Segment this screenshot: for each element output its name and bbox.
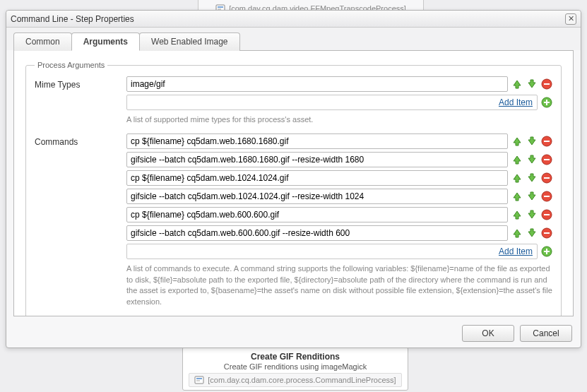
tab-arguments[interactable]: Arguments — [71, 32, 140, 51]
ok-button[interactable]: OK — [462, 325, 514, 342]
command-item-1-row — [126, 152, 552, 167]
arrow-down-icon — [526, 136, 538, 147]
commands-add-button[interactable] — [541, 246, 552, 257]
commands-add-box: Add Item — [126, 244, 538, 259]
minus-icon — [541, 227, 552, 239]
tab-web-enabled-image-label: Web Enabled Image — [151, 37, 228, 47]
plus-icon — [541, 246, 552, 257]
svg-rect-7 — [544, 102, 550, 103]
command-item-5-move-down[interactable] — [526, 227, 538, 239]
svg-rect-13 — [544, 177, 550, 179]
mime-item-0-input[interactable] — [126, 76, 508, 92]
command-item-4-remove[interactable] — [541, 209, 552, 220]
command-item-1-remove[interactable] — [541, 154, 552, 165]
fieldset-legend: Process Arguments — [35, 61, 107, 69]
arrow-up-icon — [511, 191, 523, 202]
command-item-4-move-up[interactable] — [511, 209, 523, 220]
plus-icon — [541, 97, 552, 108]
step-properties-dialog: Command Line - Step Properties ✕ Common … — [6, 10, 581, 348]
mime-item-0-remove[interactable] — [541, 78, 552, 90]
command-item-4-input[interactable] — [126, 207, 508, 222]
command-item-1-input[interactable] — [126, 152, 508, 167]
svg-rect-22 — [544, 251, 550, 252]
mime-add-link[interactable]: Add Item — [499, 97, 533, 107]
mime-types-label: Mime Types — [35, 76, 126, 90]
svg-rect-24 — [196, 378, 202, 379]
command-item-0-move-up[interactable] — [511, 136, 523, 147]
mime-types-row: Mime Types Add Item — [35, 76, 552, 125]
command-item-5-row — [126, 225, 552, 241]
svg-rect-9 — [544, 141, 550, 142]
process-arguments-fieldset: Process Arguments Mime Types Add Item — [25, 61, 562, 316]
svg-rect-19 — [544, 232, 550, 234]
tab-common-label: Common — [25, 37, 60, 47]
dialog-header: Command Line - Step Properties ✕ — [6, 11, 581, 28]
mime-add-button[interactable] — [541, 97, 552, 108]
bottom-link-row: [com.day.cq.dam.core.process.CommandLine… — [189, 373, 402, 387]
arrow-up-icon — [511, 136, 523, 147]
commands-help-text: A list of commands to execute. A command… — [126, 263, 552, 307]
minus-icon — [541, 78, 552, 90]
mime-item-0-move-up[interactable] — [511, 78, 523, 90]
dialog-footer: OK Cancel — [6, 321, 581, 348]
commands-label: Commands — [35, 133, 126, 147]
svg-rect-11 — [544, 159, 550, 160]
arrow-down-icon — [526, 209, 538, 220]
minus-icon — [541, 172, 552, 184]
command-item-2-move-down[interactable] — [526, 172, 538, 184]
commands-row: Commands — [35, 133, 552, 307]
arrow-down-icon — [526, 191, 538, 202]
mime-item-0-row — [126, 76, 552, 92]
arrow-up-icon — [511, 172, 523, 184]
command-item-5-input[interactable] — [126, 225, 508, 241]
command-item-2-remove[interactable] — [541, 172, 552, 184]
bottom-process-card: Create GIF Renditions Create GIF renditi… — [182, 347, 408, 391]
commands-add-link[interactable]: Add Item — [499, 247, 533, 256]
command-item-3-move-down[interactable] — [526, 191, 538, 202]
mime-item-0-move-down[interactable] — [526, 78, 538, 90]
arrow-up-icon — [511, 227, 523, 239]
svg-rect-15 — [544, 196, 550, 197]
command-item-1-move-up[interactable] — [511, 154, 523, 165]
svg-rect-1 — [218, 6, 223, 8]
commands-add-row: Add Item — [126, 244, 552, 259]
arrow-down-icon — [526, 78, 538, 90]
command-item-2-input[interactable] — [126, 170, 508, 186]
mime-help-text: A list of supported mime types for this … — [126, 114, 552, 125]
mime-add-box: Add Item — [126, 95, 538, 110]
command-item-1-move-down[interactable] — [526, 154, 538, 165]
process-icon — [194, 375, 204, 385]
arrow-up-icon — [511, 209, 523, 220]
arrow-down-icon — [526, 227, 538, 239]
close-button[interactable]: ✕ — [565, 13, 576, 25]
command-item-5-move-up[interactable] — [511, 227, 523, 239]
commands-body: Add Item A list of commands to execute. … — [126, 133, 552, 307]
svg-rect-17 — [544, 214, 550, 215]
minus-icon — [541, 136, 552, 147]
command-item-4-move-down[interactable] — [526, 209, 538, 220]
arrow-down-icon — [526, 172, 538, 184]
tab-body: Process Arguments Mime Types Add Item — [13, 50, 574, 316]
command-item-0-input[interactable] — [126, 133, 508, 149]
mime-add-row: Add Item — [126, 95, 552, 110]
command-item-2-row — [126, 170, 552, 186]
command-item-0-move-down[interactable] — [526, 136, 538, 147]
tab-web-enabled-image[interactable]: Web Enabled Image — [139, 32, 240, 51]
cancel-button[interactable]: Cancel — [520, 325, 572, 342]
bottom-title: Create GIF Renditions — [189, 352, 402, 362]
command-item-3-move-up[interactable] — [511, 191, 523, 202]
command-item-2-move-up[interactable] — [511, 172, 523, 184]
arrow-down-icon — [526, 154, 538, 165]
command-item-3-remove[interactable] — [541, 191, 552, 202]
command-item-0-remove[interactable] — [541, 136, 552, 147]
minus-icon — [541, 191, 552, 202]
command-item-5-remove[interactable] — [541, 227, 552, 239]
tab-strip: Common Arguments Web Enabled Image — [6, 28, 581, 50]
bottom-subtitle: Create GIF renditions using imageMagick — [189, 362, 402, 371]
svg-rect-25 — [196, 380, 200, 381]
command-item-0-row — [126, 133, 552, 149]
tab-common[interactable]: Common — [13, 32, 72, 51]
arrow-up-icon — [511, 78, 523, 90]
command-item-3-input[interactable] — [126, 189, 508, 204]
close-icon: ✕ — [568, 14, 574, 23]
